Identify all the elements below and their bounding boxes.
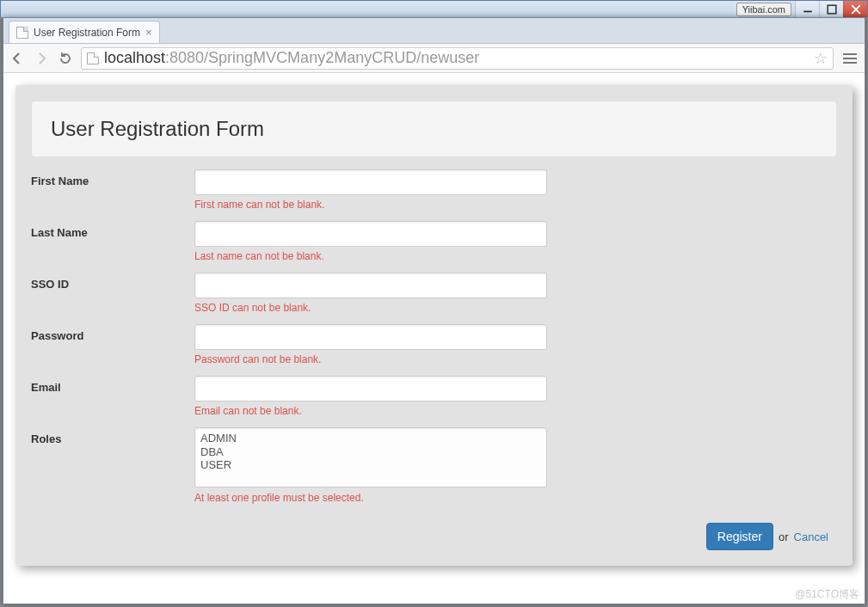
window-close-button[interactable] [843,1,867,17]
error-email: Email can not be blank. [194,405,547,417]
back-button[interactable] [9,50,26,67]
label-roles: Roles [31,427,194,445]
roles-option[interactable]: USER [200,458,541,472]
or-text: or [779,530,789,543]
page-icon [16,27,28,39]
cancel-link[interactable]: Cancel [794,530,828,543]
page-header: User Registration Form [31,101,837,157]
roles-select[interactable]: ADMINDBAUSER [194,427,547,487]
browser-window: User Registration Form × localhost:8080/… [3,17,865,604]
reload-button[interactable] [57,50,74,67]
row-sso-id: SSO ID SSO ID can not be blank. [31,273,837,314]
error-roles: At least one profile must be selected. [194,492,547,504]
error-password: Password can not be blank. [194,353,547,365]
site-badge: Yiibai.com [736,3,791,16]
roles-option[interactable]: DBA [200,445,541,459]
url-text: localhost:8080/SpringMVCMany2ManyCRUD/ne… [104,49,809,67]
label-last-name: Last Name [31,221,194,239]
form-container: User Registration Form First Name First … [15,85,853,566]
label-sso-id: SSO ID [31,273,194,291]
close-icon[interactable]: × [145,27,152,38]
roles-option[interactable]: ADMIN [200,432,541,445]
watermark: @51CTO博客 [795,587,859,602]
label-first-name: First Name [31,169,194,187]
register-button[interactable]: Register [706,523,773,550]
forward-button[interactable] [33,50,50,67]
tab-strip: User Registration Form × [3,18,865,44]
page-icon [87,52,99,64]
os-titlebar: Yiibai.com [0,0,868,17]
row-roles: Roles ADMINDBAUSER At least one profile … [31,427,837,504]
label-password: Password [31,324,194,342]
row-password: Password Password can not be blank. [31,324,837,365]
page-title: User Registration Form [51,117,817,141]
tab-title: User Registration Form [34,27,140,39]
address-bar[interactable]: localhost:8080/SpringMVCMany2ManyCRUD/ne… [81,47,834,70]
window-minimize-button[interactable] [795,1,819,17]
first-name-input[interactable] [194,169,547,195]
row-last-name: Last Name Last name can not be blank. [31,221,837,262]
svg-rect-1 [828,5,836,14]
page-viewport: User Registration Form First Name First … [3,73,865,604]
email-input[interactable] [194,376,547,402]
bookmark-star-icon[interactable]: ☆ [814,49,828,68]
last-name-input[interactable] [194,221,547,247]
row-email: Email Email can not be blank. [31,376,837,417]
error-first-name: First name can not be blank. [194,199,547,211]
password-input[interactable] [194,324,547,350]
error-last-name: Last name can not be blank. [194,250,547,262]
browser-tab[interactable]: User Registration Form × [9,21,160,43]
label-email: Email [31,376,194,394]
error-sso-id: SSO ID can not be blank. [194,302,547,314]
url-path: :8080/SpringMVCMany2ManyCRUD/newuser [165,49,479,66]
url-host: localhost [104,49,165,66]
sso-id-input[interactable] [194,273,547,298]
form-actions: Register or Cancel [31,523,837,550]
browser-toolbar: localhost:8080/SpringMVCMany2ManyCRUD/ne… [3,44,865,73]
window-maximize-button[interactable] [819,1,843,17]
row-first-name: First Name First name can not be blank. [31,169,837,211]
menu-button[interactable] [840,49,859,68]
